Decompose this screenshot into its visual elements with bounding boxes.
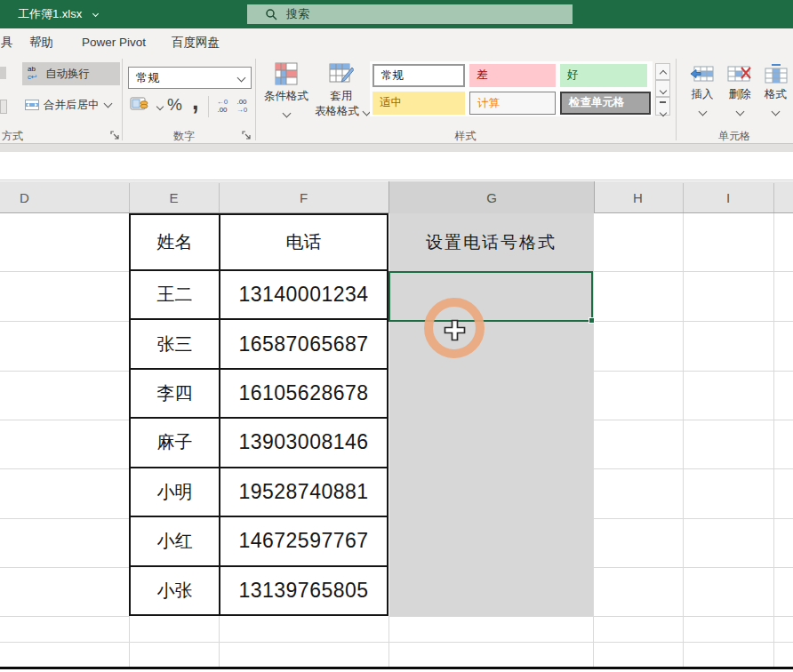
formula-bar-area[interactable] <box>0 152 793 180</box>
column-header-f[interactable]: F <box>219 181 388 213</box>
document-title[interactable]: 工作簿1.xlsx <box>18 0 82 28</box>
gallery-scroll-down-button[interactable] <box>655 80 670 97</box>
clipped-button-fragment <box>0 100 7 114</box>
wrap-text-label: 自动换行 <box>45 67 90 82</box>
gallery-scroll-up-button[interactable] <box>655 63 670 80</box>
gridline <box>593 321 793 322</box>
phone-cell[interactable]: 13139765805 <box>220 567 387 614</box>
window-bottom-border <box>0 667 793 669</box>
title-dropdown-icon[interactable] <box>92 11 99 17</box>
search-placeholder: 搜索 <box>286 4 309 24</box>
gridline <box>129 616 130 668</box>
conditional-format-icon <box>275 62 298 85</box>
search-box[interactable]: 搜索 <box>247 4 573 24</box>
insert-label: 插入 <box>685 87 720 102</box>
tab-clipped[interactable]: 具 <box>1 28 13 56</box>
name-cell[interactable]: 小红 <box>131 517 220 564</box>
name-cell[interactable]: 李四 <box>131 370 220 417</box>
gridline <box>593 371 793 372</box>
name-cell[interactable]: 张三 <box>131 320 220 367</box>
column-header-g-selected[interactable]: G <box>388 181 595 215</box>
insert-cells-icon <box>690 64 715 84</box>
name-header-cell[interactable]: 姓名 <box>131 215 220 269</box>
gridline <box>593 468 793 469</box>
fill-handle[interactable] <box>589 317 595 324</box>
gallery-more-button[interactable] <box>655 97 670 116</box>
gridline <box>593 213 594 668</box>
chevron-down-icon <box>772 108 781 116</box>
gridline <box>0 567 129 568</box>
wrap-text-button[interactable]: abc↩ 自动换行 <box>22 62 120 85</box>
gallery-more-chevron-icon <box>659 108 666 116</box>
cell-style-neutral[interactable]: 适中 <box>372 92 465 115</box>
number-format-value: 常规 <box>136 68 159 88</box>
phone-cell[interactable]: 13903008146 <box>220 419 387 466</box>
column-header-d[interactable]: D <box>0 181 49 213</box>
cell-style-good[interactable]: 好 <box>560 64 647 87</box>
phone-cell[interactable]: 16105628678 <box>220 370 387 417</box>
wrap-text-icon: abc↩ <box>28 65 42 83</box>
table-row: 李四 16105628678 <box>131 368 387 417</box>
name-cell[interactable]: 小张 <box>131 567 220 614</box>
phone-cell[interactable]: 13140001234 <box>220 271 387 318</box>
increase-decimal-button[interactable]: ←0 .00 <box>213 98 231 114</box>
comma-style-button[interactable]: , <box>192 88 199 116</box>
phone-cell[interactable]: 19528740881 <box>220 468 387 516</box>
separator <box>208 96 209 117</box>
tab-baidu-netdisk[interactable]: 百度网盘 <box>172 28 220 56</box>
cell-style-check-cell[interactable]: 检查单元格 <box>560 92 651 115</box>
gridline <box>0 518 129 519</box>
cell-style-bad[interactable]: 差 <box>469 64 556 87</box>
format-cells-icon <box>764 64 789 84</box>
ribbon-content: abc↩ 自动换行 合并后居中 方式 常规 <box>0 56 793 144</box>
chevron-down-icon <box>103 100 112 108</box>
number-group-label: 数字 <box>122 129 246 144</box>
format-as-table-button[interactable]: 套用 表格格式 <box>315 60 368 139</box>
column-header-h[interactable]: H <box>593 181 683 213</box>
chevron-down-icon <box>735 108 744 116</box>
format-label: 格式 <box>758 87 793 102</box>
percent-style-button[interactable]: % <box>167 95 182 115</box>
insert-cells-button[interactable]: 插入 <box>685 61 720 140</box>
merge-center-button[interactable]: 合并后居中 <box>22 94 122 116</box>
name-cell[interactable]: 王二 <box>131 271 220 318</box>
contacts-table: 姓名 电话 王二 13140001234 张三 16587065687 李四 1… <box>129 213 388 616</box>
phone-header-cell[interactable]: 电话 <box>220 215 387 269</box>
delete-label: 删除 <box>722 87 757 102</box>
phone-cell[interactable]: 14672597767 <box>220 517 387 564</box>
table-row: 张三 16587065687 <box>131 318 387 367</box>
active-cell[interactable] <box>388 271 593 322</box>
column-header-e[interactable]: E <box>129 181 219 213</box>
delete-cells-button[interactable]: 删除 <box>722 61 757 140</box>
table-row: 小明 19528740881 <box>131 467 387 516</box>
tab-help[interactable]: 帮助 <box>29 28 53 56</box>
name-cell[interactable]: 小明 <box>131 468 220 516</box>
column-header-i[interactable]: I <box>683 181 773 213</box>
cell-style-normal[interactable]: 常规 <box>372 64 465 87</box>
gridline <box>593 420 793 420</box>
name-cell[interactable]: 麻子 <box>131 419 220 466</box>
accounting-format-button[interactable] <box>130 96 156 117</box>
format-as-table-label-2: 表格格式 <box>315 104 368 119</box>
phone-cell[interactable]: 16587065687 <box>220 320 387 367</box>
chevron-down-icon <box>282 109 291 118</box>
decrease-decimal-button[interactable]: .00 →0 <box>233 98 251 114</box>
title-bar: 工作簿1.xlsx 搜索 <box>0 0 793 28</box>
cell-style-calculation[interactable]: 计算 <box>469 92 556 115</box>
conditional-format-button[interactable]: 条件格式 <box>260 60 313 139</box>
dialog-launcher-icon[interactable] <box>242 131 252 140</box>
tab-power-pivot[interactable]: Power Pivot <box>82 28 146 56</box>
gridline <box>773 213 774 668</box>
accounting-format-icon <box>130 96 149 112</box>
g-column-title-cell[interactable]: 设置电话号格式 <box>389 213 593 271</box>
search-icon <box>265 8 277 20</box>
number-format-combobox[interactable]: 常规 <box>128 67 252 89</box>
gridline <box>0 271 129 272</box>
format-cells-button[interactable]: 格式 <box>758 61 793 140</box>
ribbon-edge-band <box>0 144 793 152</box>
gridline <box>683 213 684 668</box>
chevron-down-icon[interactable] <box>156 103 164 110</box>
gridline <box>0 468 129 469</box>
dialog-launcher-icon[interactable] <box>110 131 120 140</box>
cells-group-label: 单元格 <box>676 129 793 144</box>
